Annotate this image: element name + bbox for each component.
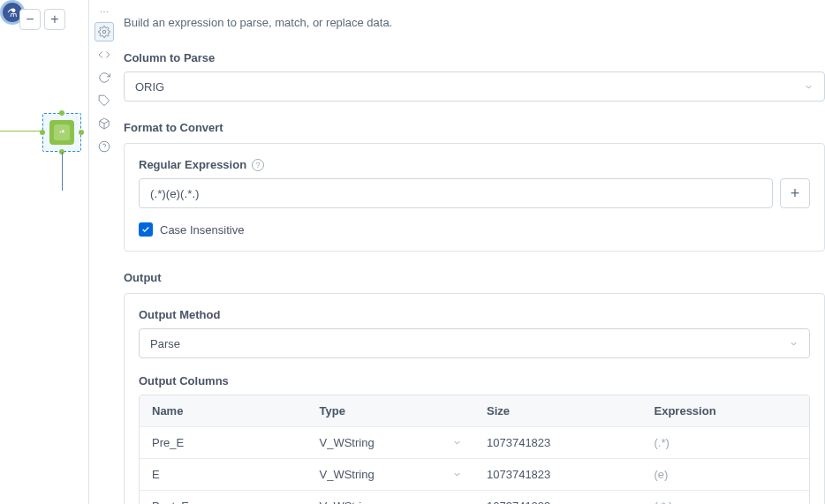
connector-in — [0, 131, 42, 132]
cell-type[interactable]: V_WString — [307, 427, 475, 459]
connector-line — [62, 152, 63, 191]
regex-tool-node[interactable]: ·* — [42, 113, 81, 152]
workflow-canvas[interactable]: − + ·* ⚗ — [0, 0, 88, 504]
svg-point-0 — [102, 30, 106, 34]
refresh-icon — [98, 71, 110, 84]
output-group: Output Method Parse Output Columns Name … — [124, 293, 825, 504]
table-row[interactable]: EV_WString1073741823(e) — [140, 459, 809, 491]
tag-icon — [98, 94, 110, 107]
cell-name[interactable]: E — [140, 459, 307, 491]
cell-size[interactable]: 1073741823 — [474, 427, 642, 459]
cell-expression: (.*.) — [642, 491, 810, 504]
output-columns-table: Name Type Size Expression Pre_EV_WString… — [139, 395, 810, 504]
output-columns-body: Pre_EV_WString1073741823(.*)EV_WString10… — [140, 427, 809, 504]
cell-name[interactable]: Pre_E — [140, 427, 307, 459]
chevron-down-icon — [452, 470, 462, 479]
cell-expression: (.*) — [642, 427, 810, 459]
svg-point-3 — [99, 141, 110, 152]
code-icon — [98, 49, 110, 61]
regex-add-button[interactable]: + — [780, 178, 810, 208]
chevron-down-icon — [452, 438, 462, 448]
drag-handle-icon[interactable]: ⋯ — [100, 7, 110, 17]
panel-divider — [88, 0, 89, 504]
case-insensitive-label: Case Insensitive — [160, 223, 244, 237]
flask-icon: ⚗ — [7, 6, 18, 19]
th-type: Type — [307, 395, 475, 427]
column-to-parse-select[interactable]: ORIG — [124, 71, 825, 102]
xml-tab[interactable] — [95, 45, 114, 64]
cell-size[interactable]: 1073741823 — [474, 491, 642, 504]
tag-tab[interactable] — [95, 91, 114, 110]
cell-type[interactable]: V_WString — [307, 459, 475, 491]
format-to-convert-label: Format to Convert — [124, 121, 825, 134]
output-columns-label: Output Columns — [139, 374, 810, 387]
check-icon — [141, 225, 150, 234]
th-name: Name — [140, 395, 307, 427]
output-method-label: Output Method — [139, 308, 810, 321]
th-size: Size — [474, 395, 642, 427]
output-method-select[interactable]: Parse — [139, 328, 810, 358]
cube-tab[interactable] — [95, 114, 114, 133]
tool-tab-strip: ⋯ — [93, 7, 116, 156]
format-group: Regular Expression ? + Case Insensitive — [124, 143, 825, 252]
config-tab[interactable] — [95, 22, 114, 41]
refresh-tab[interactable] — [95, 68, 114, 87]
gear-icon — [98, 26, 110, 38]
chevron-down-icon — [804, 82, 814, 92]
tool-description: Build an expression to parse, match, or … — [124, 16, 825, 29]
regex-input[interactable] — [139, 178, 773, 208]
cell-expression: (e) — [642, 459, 810, 491]
column-to-parse-value: ORIG — [135, 80, 164, 94]
zoom-in-button[interactable]: + — [44, 9, 65, 30]
cell-type[interactable]: V_WString — [307, 491, 475, 504]
help-tab[interactable] — [95, 137, 114, 156]
table-row[interactable]: Pre_EV_WString1073741823(.*) — [140, 427, 809, 459]
cell-name[interactable]: Post_E — [140, 491, 307, 504]
table-row[interactable]: Post_EV_WString1073741823(.*.) — [140, 491, 809, 504]
regex-help-icon[interactable]: ? — [252, 159, 264, 171]
question-icon — [98, 140, 110, 153]
zoom-out-button[interactable]: − — [19, 9, 41, 30]
case-insensitive-checkbox[interactable] — [139, 222, 153, 237]
column-to-parse-label: Column to Parse — [124, 51, 825, 64]
th-expression: Expression — [642, 395, 810, 427]
cube-icon — [98, 117, 110, 130]
cell-size[interactable]: 1073741823 — [474, 459, 642, 491]
chevron-down-icon — [789, 339, 799, 349]
output-method-value: Parse — [150, 337, 180, 350]
output-label: Output — [124, 271, 825, 284]
regex-label: Regular Expression — [139, 158, 246, 171]
